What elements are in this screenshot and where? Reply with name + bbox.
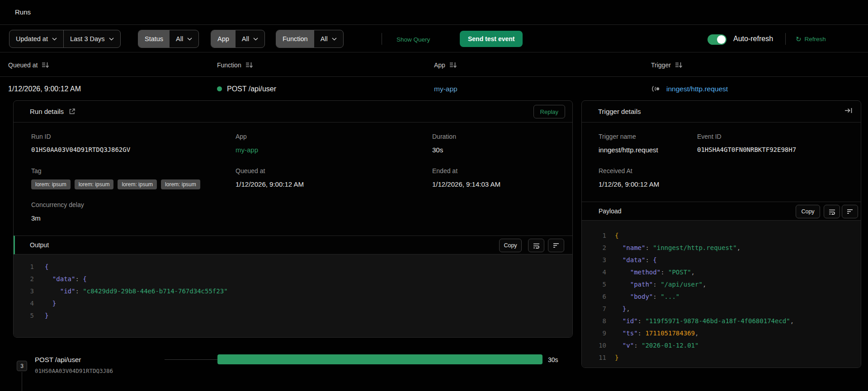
status-filter-name: Status bbox=[138, 30, 170, 47]
run-row-queued-at: 1/12/2026, 9:00:12 AM bbox=[8, 77, 81, 100]
function-filter-group: Function All bbox=[276, 30, 344, 48]
show-query-button[interactable]: Show Query bbox=[396, 36, 430, 43]
timeline-duration-label: 30s bbox=[548, 356, 558, 363]
line-number: 3 bbox=[582, 254, 606, 266]
run-id-value: 01HS0AA03V04D91RTDQ3J862GV bbox=[31, 146, 130, 153]
status-filter-dropdown[interactable]: All bbox=[170, 30, 198, 47]
field-ended-at: Ended at 1/12/2026, 9:14:03 AM bbox=[432, 167, 500, 188]
app-filter-group: App All bbox=[211, 30, 265, 48]
field-queued-at: Queued at 1/12/2026, 9:00:12 AM bbox=[236, 167, 304, 188]
code-line-text: } bbox=[34, 297, 56, 310]
event-trigger-icon bbox=[651, 85, 660, 92]
payload-code-block[interactable]: 1{2 "name": "inngest/http.request",3 "da… bbox=[582, 221, 861, 367]
output-code-line: 1{ bbox=[14, 261, 572, 273]
status-dot bbox=[217, 86, 222, 91]
timeline-step-id: 01HS0AA03V04D91RTDQ3J86 bbox=[35, 367, 113, 374]
field-tag: Tag lorem: ipsumlorem: ipsumlorem: ipsum… bbox=[31, 167, 200, 189]
tag-chip: lorem: ipsum bbox=[118, 179, 157, 189]
auto-refresh-label: Auto-refresh bbox=[733, 35, 773, 43]
output-code-block[interactable]: 1{2 "data": {3 "id": "c8429dd9-29b8-44e6… bbox=[14, 254, 572, 337]
line-number: 10 bbox=[582, 339, 606, 352]
payload-code-line: 10 "v": "2026-01-12.01" bbox=[582, 339, 861, 352]
trigger-details-panel: Trigger details Trigger name inngest/htt… bbox=[581, 100, 861, 368]
payload-code-line: 3 "data": { bbox=[582, 254, 861, 266]
tag-chip: lorem: ipsum bbox=[31, 179, 71, 189]
sort-icon bbox=[675, 61, 683, 68]
copy-payload-button[interactable]: Copy bbox=[796, 205, 820, 218]
top-bar: Runs bbox=[0, 0, 868, 25]
payload-section-header: Payload Copy bbox=[582, 202, 861, 221]
run-details-title: Run details bbox=[30, 108, 64, 115]
sort-icon bbox=[449, 61, 457, 68]
step-count-badge[interactable]: 3 bbox=[17, 361, 27, 371]
collapse-panel-button[interactable] bbox=[844, 107, 853, 114]
code-line-text: }, bbox=[606, 303, 630, 315]
payload-code-line: 2 "name": "inngest/http.request", bbox=[582, 242, 861, 254]
app-filter-dropdown[interactable]: All bbox=[236, 30, 264, 47]
code-line-text: } bbox=[34, 310, 48, 322]
output-code-line: 3 "id": "c8429dd9-29b8-44e6-b714-767d34c… bbox=[14, 285, 572, 297]
sort-icon bbox=[42, 61, 49, 68]
run-row-trigger: inngest/http.request bbox=[651, 77, 728, 100]
external-link-icon[interactable] bbox=[69, 108, 75, 115]
line-number: 1 bbox=[14, 261, 34, 273]
line-number: 5 bbox=[14, 310, 34, 322]
page-title: Runs bbox=[15, 8, 31, 16]
code-line-text: } bbox=[606, 352, 618, 364]
app-filter-value: All bbox=[242, 35, 249, 42]
runs-table-header: Queued at Function App Trigger bbox=[0, 53, 868, 77]
app-link[interactable]: my-app bbox=[434, 85, 458, 93]
trigger-link[interactable]: inngest/http.request bbox=[666, 85, 728, 93]
toolbar-divider bbox=[382, 33, 382, 45]
payload-code-line: 9 "ts": 1711051784369, bbox=[582, 327, 861, 339]
wrap-text-button[interactable] bbox=[824, 205, 840, 218]
function-filter-dropdown[interactable]: All bbox=[314, 30, 343, 47]
app-link[interactable]: my-app bbox=[236, 146, 258, 154]
function-filter-value: All bbox=[321, 35, 328, 42]
output-section-header: Output Copy bbox=[14, 236, 572, 254]
line-number: 5 bbox=[582, 278, 606, 291]
auto-refresh-toggle[interactable] bbox=[708, 34, 726, 45]
copy-output-button[interactable]: Copy bbox=[499, 239, 522, 252]
refresh-icon: ↻ bbox=[796, 36, 802, 42]
column-header-trigger[interactable]: Trigger bbox=[651, 53, 683, 77]
wrap-text-icon bbox=[533, 243, 540, 249]
field-duration: Duration 30s bbox=[432, 133, 456, 154]
run-details-header: Run details Replay bbox=[14, 101, 572, 122]
replay-button[interactable]: Replay bbox=[533, 105, 565, 118]
timeline-duration-bar[interactable] bbox=[217, 354, 542, 364]
field-received-at: Received At 1/12/26, 9:00:12 AM bbox=[599, 167, 659, 188]
format-code-button[interactable] bbox=[842, 205, 858, 218]
field-run-id: Run ID 01HS0AA03V04D91RTDQ3J862GV bbox=[31, 133, 130, 153]
align-left-lines-icon bbox=[553, 243, 559, 248]
line-number: 1 bbox=[582, 230, 606, 242]
format-code-button[interactable] bbox=[548, 239, 564, 252]
column-header-queued-at[interactable]: Queued at bbox=[8, 53, 49, 77]
column-header-app[interactable]: App bbox=[434, 53, 457, 77]
line-number: 3 bbox=[14, 285, 34, 297]
column-header-function[interactable]: Function bbox=[217, 53, 253, 77]
tag-chip: lorem: ipsum bbox=[75, 179, 114, 189]
timeline-step-name: POST /api/user bbox=[35, 356, 81, 363]
line-number: 2 bbox=[582, 242, 606, 254]
time-range-dropdown[interactable]: Last 3 Days bbox=[63, 30, 120, 47]
code-line-text: "name": "inngest/http.request", bbox=[606, 242, 741, 254]
payload-code-line: 1{ bbox=[582, 230, 861, 242]
payload-code-line: 11} bbox=[582, 352, 861, 364]
run-row-function: POST /api/user bbox=[217, 77, 276, 100]
wrap-text-button[interactable] bbox=[528, 239, 544, 252]
send-test-event-button[interactable]: Send test event bbox=[460, 31, 523, 47]
run-row[interactable]: 1/12/2026, 9:00:12 AM POST /api/user my-… bbox=[0, 77, 868, 100]
function-filter-name: Function bbox=[276, 30, 314, 47]
line-number: 4 bbox=[14, 297, 34, 310]
refresh-button[interactable]: ↻ Refresh bbox=[796, 36, 826, 42]
time-filter-group: Updated at Last 3 Days bbox=[9, 30, 121, 48]
field-event-id: Event ID 01HSHA4GT0FN0NRBKTF92E98H7 bbox=[697, 133, 796, 153]
output-code-line: 5} bbox=[14, 310, 572, 322]
sort-field-dropdown[interactable]: Updated at bbox=[9, 30, 63, 47]
payload-code-line: 7 }, bbox=[582, 303, 861, 315]
timeline-connector-vertical bbox=[22, 372, 22, 391]
toolbar-divider bbox=[785, 33, 786, 45]
code-line-text: "method": "POST", bbox=[606, 266, 695, 278]
output-code-line: 4 } bbox=[14, 297, 572, 310]
